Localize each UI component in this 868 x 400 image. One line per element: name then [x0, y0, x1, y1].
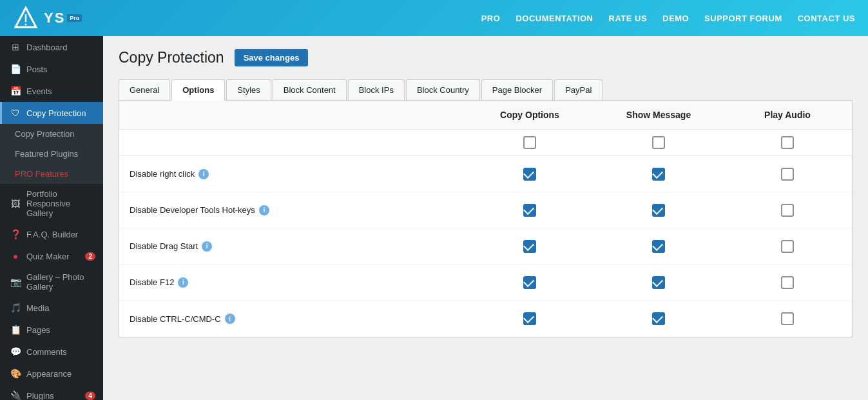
row-copy-options-cell — [465, 160, 594, 188]
tab-paypal[interactable]: PayPal — [554, 79, 603, 100]
row-play-audio-cell — [723, 196, 852, 225]
col-header-copy-options: Copy Options — [465, 101, 594, 129]
sidebar-item-comments[interactable]: 💬 Comments — [0, 341, 103, 363]
documentation-link[interactable]: DOCUMENTATION — [516, 14, 593, 23]
row-text: Disable F12 — [130, 277, 174, 287]
media-icon: 🎵 — [10, 302, 21, 314]
contact-us-link[interactable]: CONTACT US — [798, 14, 855, 23]
plugins-badge: 4 — [85, 392, 95, 400]
tab-block-country[interactable]: Block Country — [406, 79, 480, 100]
tab-block-ips[interactable]: Block IPs — [348, 79, 405, 100]
sidebar-item-media[interactable]: 🎵 Media — [0, 297, 103, 319]
page-title: Copy Protection — [119, 49, 224, 66]
sidebar-item-events[interactable]: 📅 Events — [0, 80, 103, 102]
table-row: Disable F12 i — [119, 265, 852, 301]
row-play-audio-checkbox[interactable] — [781, 276, 794, 289]
row-show-message-checkbox[interactable] — [652, 168, 665, 181]
sidebar-item-dashboard[interactable]: ⊞ Dashboard — [0, 36, 103, 58]
row-show-message-checkbox[interactable] — [652, 204, 665, 217]
pro-link[interactable]: PRO — [481, 14, 501, 23]
subheader-copy-options-cell — [465, 130, 594, 155]
sidebar-item-plugins[interactable]: 🔌 Plugins 4 — [0, 385, 103, 400]
top-navigation: YS Pro PRO DOCUMENTATION RATE US DEMO SU… — [0, 0, 868, 36]
sidebar-item-quiz-maker[interactable]: ● Quiz Maker 2 — [0, 245, 103, 267]
sidebar-item-gallery-photo[interactable]: 📷 Gallery – Photo Gallery — [0, 267, 103, 297]
col-header-label — [119, 101, 465, 129]
row-play-audio-cell — [723, 232, 852, 261]
sidebar-item-faq-builder[interactable]: ❓ F.A.Q. Builder — [0, 223, 103, 245]
sidebar: ⊞ Dashboard 📄 Posts 📅 Events 🛡 Copy Prot… — [0, 36, 103, 400]
row-copy-options-checkbox[interactable] — [523, 168, 536, 181]
row-copy-options-checkbox[interactable] — [523, 312, 536, 325]
copy-protection-icon: 🛡 — [10, 107, 21, 119]
info-icon[interactable]: i — [198, 169, 209, 179]
row-label-disable-drag: Disable Drag Start i — [119, 234, 465, 259]
row-play-audio-cell — [723, 268, 852, 297]
info-icon[interactable]: i — [202, 241, 212, 252]
row-copy-options-cell — [465, 268, 594, 297]
row-text: Disable Drag Start — [130, 241, 198, 251]
row-text: Disable right click — [130, 169, 195, 179]
quiz-badge: 2 — [85, 252, 95, 261]
row-show-message-cell — [594, 196, 723, 225]
posts-icon: 📄 — [10, 63, 21, 75]
appearance-icon: 🎨 — [10, 368, 21, 379]
subheader-show-message-checkbox[interactable] — [652, 136, 665, 149]
tab-block-content[interactable]: Block Content — [273, 79, 347, 100]
sidebar-item-appearance[interactable]: 🎨 Appearance — [0, 363, 103, 385]
row-show-message-checkbox[interactable] — [652, 312, 665, 325]
info-icon[interactable]: i — [259, 205, 269, 215]
support-forum-link[interactable]: SUPPORT FORUM — [704, 14, 782, 23]
subheader-play-audio-checkbox[interactable] — [781, 136, 794, 149]
logo-ays-text: YS — [44, 10, 65, 26]
sidebar-item-copy-protection[interactable]: 🛡 Copy Protection — [0, 102, 103, 124]
table-subheader — [119, 130, 852, 156]
row-show-message-checkbox[interactable] — [652, 240, 665, 253]
demo-link[interactable]: DEMO — [662, 14, 689, 23]
subheader-show-message-cell — [594, 130, 723, 155]
content-area: Copy Protection Save changes General Opt… — [103, 36, 868, 400]
row-play-audio-checkbox[interactable] — [781, 312, 794, 325]
row-play-audio-checkbox[interactable] — [781, 204, 794, 217]
subheader-copy-options-checkbox[interactable] — [523, 136, 536, 149]
sidebar-item-posts[interactable]: 📄 Posts — [0, 58, 103, 80]
row-play-audio-checkbox[interactable] — [781, 240, 794, 253]
row-copy-options-checkbox[interactable] — [523, 240, 536, 253]
nav-links: PRO DOCUMENTATION RATE US DEMO SUPPORT F… — [481, 14, 855, 23]
row-show-message-cell — [594, 305, 723, 333]
sidebar-item-label: F.A.Q. Builder — [26, 230, 78, 239]
row-show-message-cell — [594, 268, 723, 297]
tab-general[interactable]: General — [119, 79, 170, 100]
sidebar-subitem-featured-plugins[interactable]: Featured Plugins — [0, 144, 103, 164]
row-label-disable-ctrl-c: Disable CTRL-C/CMD-C i — [119, 306, 465, 332]
row-copy-options-checkbox[interactable] — [523, 204, 536, 217]
logo-pro-badge: Pro — [67, 14, 82, 22]
sidebar-item-label: Events — [26, 86, 52, 96]
col-header-play-audio: Play Audio — [723, 101, 852, 129]
sidebar-item-label: Portfolio Responsive Gallery — [26, 189, 95, 218]
row-copy-options-checkbox[interactable] — [523, 276, 536, 289]
row-show-message-cell — [594, 232, 723, 261]
tab-styles[interactable]: Styles — [226, 79, 271, 100]
dashboard-icon: ⊞ — [10, 41, 21, 53]
row-label-disable-devtools: Disable Developer Tools Hot-keys i — [119, 197, 465, 223]
sidebar-item-pages[interactable]: 📋 Pages — [0, 319, 103, 341]
sidebar-item-label: Dashboard — [26, 43, 68, 52]
info-icon[interactable]: i — [178, 277, 188, 288]
table-header: Copy Options Show Message Play Audio — [119, 101, 852, 130]
sidebar-subitem-label: Featured Plugins — [15, 149, 78, 159]
rate-us-link[interactable]: RATE US — [609, 14, 648, 23]
subheader-play-audio-cell — [723, 130, 852, 155]
sidebar-subitem-copy-protection[interactable]: Copy Protection — [0, 124, 103, 144]
sidebar-item-portfolio-gallery[interactable]: 🖼 Portfolio Responsive Gallery — [0, 184, 103, 223]
tab-page-blocker[interactable]: Page Blocker — [481, 79, 553, 100]
tab-options[interactable]: Options — [171, 79, 225, 101]
row-play-audio-checkbox[interactable] — [781, 168, 794, 181]
row-show-message-checkbox[interactable] — [652, 276, 665, 289]
info-icon[interactable]: i — [225, 314, 235, 324]
tabs-container: General Options Styles Block Content Blo… — [119, 79, 853, 101]
sidebar-item-label: Quiz Maker — [26, 252, 69, 261]
save-button[interactable]: Save changes — [235, 49, 309, 66]
sidebar-subitem-pro-features[interactable]: PRO Features — [0, 164, 103, 184]
table-row: Disable Drag Start i — [119, 228, 852, 265]
